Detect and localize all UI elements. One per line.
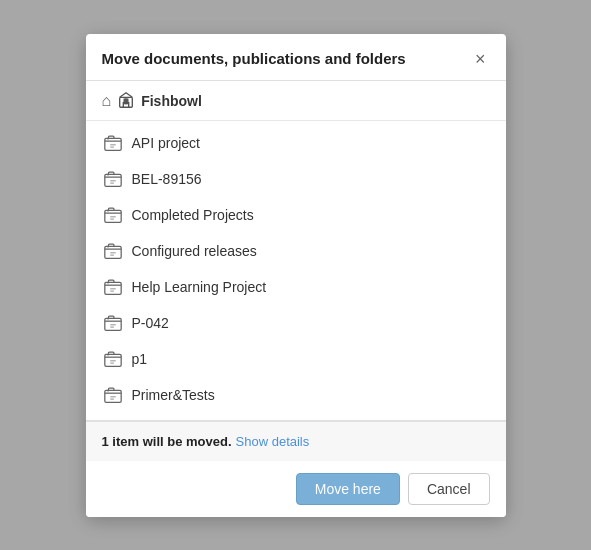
svg-point-20 bbox=[107, 391, 108, 392]
dialog-footer: Move here Cancel bbox=[86, 461, 506, 517]
list-item[interactable]: BEL-89156 bbox=[86, 161, 506, 197]
list-item-label: API project bbox=[132, 135, 200, 151]
status-bar: 1 item will be moved. Show details bbox=[86, 421, 506, 461]
breadcrumb: ⌂ Fishbowl bbox=[86, 81, 506, 121]
show-details-link[interactable]: Show details bbox=[236, 434, 310, 449]
dialog-header: Move documents, publications and folders… bbox=[86, 34, 506, 81]
move-here-button[interactable]: Move here bbox=[296, 473, 400, 505]
dialog: Move documents, publications and folders… bbox=[86, 34, 506, 517]
list-item-label: Completed Projects bbox=[132, 207, 254, 223]
project-folder-icon bbox=[102, 384, 124, 406]
svg-point-12 bbox=[107, 247, 108, 248]
list-item[interactable]: P-042 bbox=[86, 305, 506, 341]
project-folder-icon bbox=[102, 204, 124, 226]
svg-point-10 bbox=[107, 211, 108, 212]
project-folder-icon bbox=[102, 132, 124, 154]
project-folder-icon bbox=[102, 276, 124, 298]
breadcrumb-current: Fishbowl bbox=[141, 93, 202, 109]
list-item-label: BEL-89156 bbox=[132, 171, 202, 187]
list-item-label: Primer&Tests bbox=[132, 387, 215, 403]
list-item[interactable]: Configured releases bbox=[86, 233, 506, 269]
svg-point-8 bbox=[107, 175, 108, 176]
move-count-text: 1 item will be moved. bbox=[102, 434, 232, 449]
list-item-label: Help Learning Project bbox=[132, 279, 267, 295]
dialog-title: Move documents, publications and folders bbox=[102, 50, 406, 67]
svg-point-16 bbox=[107, 319, 108, 320]
svg-point-6 bbox=[107, 139, 108, 140]
svg-rect-2 bbox=[126, 99, 128, 101]
close-button[interactable]: × bbox=[471, 48, 490, 70]
list-item[interactable]: Primer&Tests bbox=[86, 377, 506, 413]
list-item[interactable]: PRV-01 bbox=[86, 413, 506, 421]
building-icon bbox=[117, 91, 135, 112]
svg-point-14 bbox=[107, 283, 108, 284]
list-item-label: Configured releases bbox=[132, 243, 257, 259]
project-folder-icon bbox=[102, 348, 124, 370]
svg-point-18 bbox=[107, 355, 108, 356]
folder-list[interactable]: API project BEL-89156 Completed Projects… bbox=[86, 121, 506, 421]
home-icon[interactable]: ⌂ bbox=[102, 92, 112, 110]
list-item[interactable]: p1 bbox=[86, 341, 506, 377]
list-item[interactable]: Completed Projects bbox=[86, 197, 506, 233]
list-item-label: p1 bbox=[132, 351, 148, 367]
list-item[interactable]: API project bbox=[86, 125, 506, 161]
project-folder-icon bbox=[102, 168, 124, 190]
list-item-label: P-042 bbox=[132, 315, 169, 331]
project-folder-icon bbox=[102, 240, 124, 262]
list-item[interactable]: Help Learning Project bbox=[86, 269, 506, 305]
cancel-button[interactable]: Cancel bbox=[408, 473, 490, 505]
project-folder-icon bbox=[102, 312, 124, 334]
dialog-overlay: Move documents, publications and folders… bbox=[0, 0, 591, 550]
